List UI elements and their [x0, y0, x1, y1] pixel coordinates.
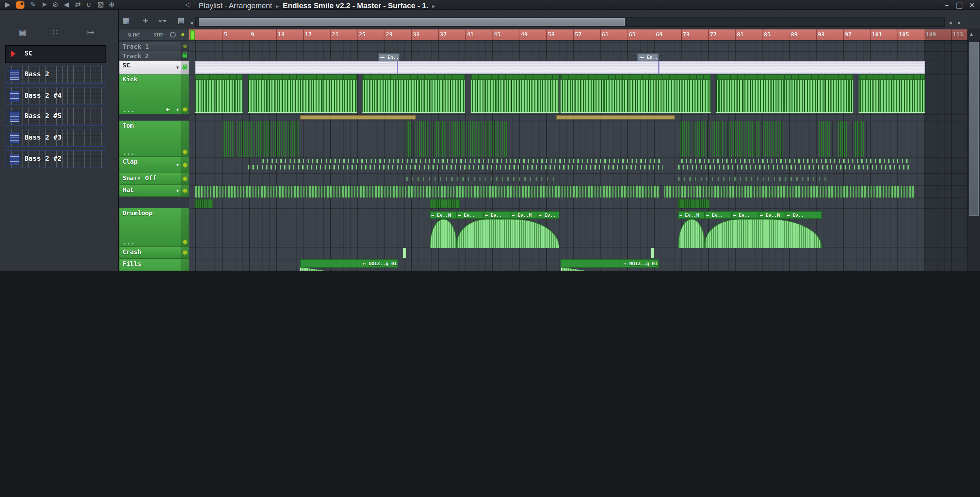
play-icon[interactable]: ▶ [5, 1, 11, 9]
clip-scdiv[interactable] [397, 61, 398, 74]
playhead-marker[interactable] [190, 30, 195, 40]
clap-pattern[interactable] [681, 159, 911, 163]
kick-audio-clip[interactable] [195, 80, 243, 113]
controls-icon[interactable]: ∷ [52, 27, 57, 37]
track-header-kick[interactable]: Kick▾...+ [119, 75, 189, 115]
fills-clip-header[interactable]: ↦ NOIZ..g_01 [561, 260, 659, 268]
track-led[interactable] [183, 108, 187, 112]
swap-icon[interactable]: ⇄ [75, 1, 81, 9]
slide-toggle[interactable] [181, 33, 185, 36]
clip-kh[interactable] [859, 75, 925, 80]
crash-hit[interactable] [403, 248, 406, 258]
link-icon[interactable]: ⊶ [86, 27, 94, 37]
snare-pattern[interactable] [406, 177, 556, 181]
lock-icon[interactable] [182, 54, 187, 57]
clip-kh[interactable] [195, 75, 243, 80]
magnet-icon[interactable]: ∪ [86, 1, 91, 9]
sc-clip[interactable] [195, 61, 925, 74]
pattern-item-bass-2-4[interactable]: Bass 2 #4 [5, 87, 107, 105]
track-header-clap[interactable]: Clap▾ [119, 157, 189, 173]
clap-pattern[interactable] [262, 159, 662, 163]
clip-ev[interactable]: ↦ Ev.. [705, 211, 732, 219]
clip-ev[interactable]: ↦ Ev.. [538, 211, 559, 219]
automation-clip-en[interactable]: ⊶ En.. [378, 53, 399, 61]
kick-audio-clip[interactable] [471, 80, 559, 113]
scroll-left-icon[interactable]: ◂ [190, 19, 192, 25]
maximize-button[interactable]: □ [954, 1, 965, 10]
pattern-item-bass-2-2[interactable]: Bass 2 #2 [5, 150, 107, 168]
pattern-item-bass-2-3[interactable]: Bass 2 #3 [5, 129, 107, 147]
vertical-scrollbar-thumb[interactable] [969, 42, 978, 216]
link-icon[interactable]: ⊶ [159, 16, 166, 25]
clip-kh[interactable] [248, 75, 357, 80]
hat-pattern[interactable] [664, 186, 914, 198]
lock-icon[interactable] [182, 66, 187, 69]
track-header-crash[interactable]: Crash [119, 247, 189, 259]
clip-tan[interactable] [300, 115, 416, 119]
clip-ev[interactable]: ↦ Ev..M [759, 211, 786, 219]
scroll-right-icon[interactable]: ▸ [958, 19, 961, 25]
track-header-drumloop[interactable]: Drumloop... [119, 208, 189, 247]
draw-icon[interactable]: ✎ [30, 1, 36, 9]
clip-ev[interactable]: ↦ Ev.. [457, 211, 484, 219]
automation-clip-en[interactable]: ⊶ En.. [637, 53, 659, 61]
track-header-track-1[interactable]: Track 1 [119, 42, 189, 51]
clap-pattern[interactable] [678, 165, 911, 169]
chevron-down-icon[interactable]: ▾ [176, 162, 179, 168]
clip-kh[interactable] [363, 75, 465, 80]
clip-ev[interactable]: ↦ Ev.. [786, 211, 822, 219]
pattern-item-bass-2-5[interactable]: Bass 2 #5 [5, 108, 107, 126]
close-button[interactable]: × [966, 1, 978, 10]
track-options-dots[interactable]: ... [123, 107, 135, 113]
clip-kh[interactable] [471, 75, 559, 80]
clap-pattern[interactable] [248, 165, 662, 169]
cursor-icon[interactable]: ➤ [41, 1, 47, 9]
track-led[interactable] [183, 251, 187, 255]
track-led[interactable] [183, 44, 187, 48]
speaker-icon[interactable]: ◁ [185, 1, 191, 9]
kick-audio-clip[interactable] [561, 80, 711, 113]
clip-kh[interactable] [561, 75, 711, 80]
no-snap-icon[interactable]: ⊘ [52, 1, 58, 9]
scroll-left-icon[interactable]: ◂ [949, 19, 951, 25]
kick-audio-clip[interactable] [859, 80, 925, 113]
track-header-track-2[interactable]: Track 2 [119, 51, 189, 61]
crash-hit[interactable] [651, 248, 654, 258]
pattern-item-sc[interactable]: SC [5, 45, 107, 63]
clip-dg[interactable] [195, 199, 212, 208]
track-led[interactable] [183, 163, 187, 166]
timeline-ruler[interactable]: 5913172125293337414549535761656973778185… [189, 29, 968, 40]
track-header-fills[interactable]: Fills... [119, 259, 189, 271]
track-header-sc[interactable]: SC▾ [119, 61, 189, 74]
kick-audio-clip[interactable] [363, 80, 465, 113]
track-header-snarr-off[interactable]: Snarr Off [119, 173, 189, 185]
track-control-icon[interactable]: + [165, 106, 170, 112]
clip-dg[interactable] [678, 199, 710, 208]
track-header-hat[interactable]: Hat▾ [119, 185, 189, 197]
zoom-icon[interactable]: ⊕ [109, 1, 115, 9]
arrange-tools-icon[interactable]: + [143, 16, 149, 25]
track-led[interactable] [183, 177, 187, 181]
track-led[interactable] [183, 240, 187, 244]
piano-icon[interactable]: ▤ [178, 16, 185, 25]
picker-panel-icon[interactable]: ▦ [19, 27, 27, 37]
clip-ev[interactable]: ↦ Ev..M [511, 211, 538, 219]
chevron-down-icon[interactable]: ▾ [176, 107, 179, 113]
snare-pattern[interactable] [678, 177, 828, 181]
track-header-tom[interactable]: Tom... [119, 121, 189, 157]
tom-clip[interactable] [680, 121, 782, 157]
clip-ev[interactable]: ↦ Ev.. [732, 211, 759, 219]
clip-ev[interactable]: ↦ Ev..M [678, 211, 705, 219]
chevron-down-icon[interactable]: ▾ [176, 64, 179, 70]
pattern-item-bass-2[interactable]: Bass 2 [5, 66, 107, 84]
tom-clip[interactable] [406, 121, 508, 157]
select-icon[interactable]: ▧ [98, 1, 104, 9]
clip-dg[interactable] [430, 199, 460, 208]
fills-clip-header[interactable]: ↦ NOIZ..g_01 [300, 260, 398, 268]
tom-clip[interactable] [819, 121, 870, 157]
hat-pattern[interactable] [195, 186, 659, 198]
step-toggle[interactable] [170, 32, 176, 38]
track-options-dots[interactable]: ... [123, 239, 135, 245]
clip-ev[interactable]: ↦ Ev.. [484, 211, 511, 219]
clip-tan[interactable] [556, 115, 675, 119]
